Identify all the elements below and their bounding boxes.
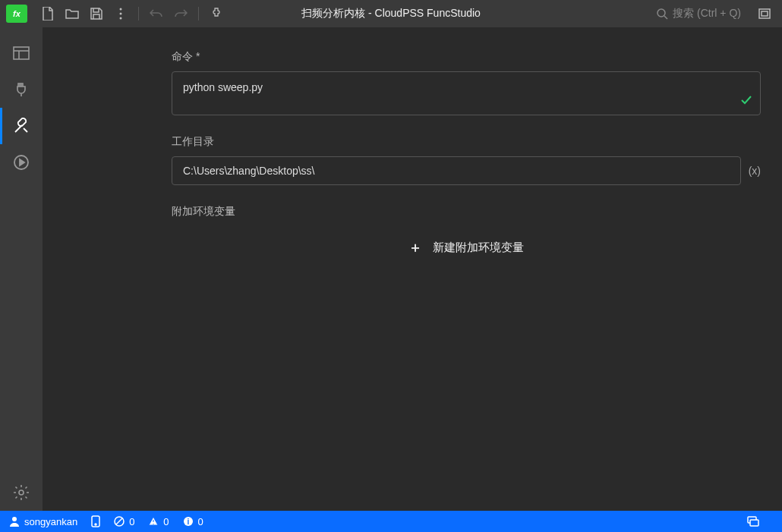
statusbar: songyankan 0 0 i 0 — [0, 511, 782, 532]
status-feedback[interactable] — [747, 516, 759, 527]
user-icon — [9, 516, 20, 527]
env-field: 附加环境变量 ＋ 新建附加环境变量 — [172, 205, 761, 263]
undo-button[interactable] — [145, 2, 168, 25]
undo-icon — [150, 8, 163, 19]
sidebar-item-run[interactable] — [0, 144, 43, 181]
save-button[interactable] — [85, 2, 108, 25]
svg-rect-6 — [14, 47, 29, 59]
command-input[interactable]: python sweep.py — [172, 72, 760, 112]
check-icon — [740, 95, 752, 109]
titlebar: 扫频分析内核 - CloudPSS FuncStudio 搜索 (Ctrl + … — [0, 0, 782, 27]
search-box[interactable]: 搜索 (Ctrl + Q) — [650, 4, 747, 24]
folder-open-icon — [65, 8, 79, 19]
sidebar-item-settings[interactable] — [0, 474, 43, 511]
new-file-button[interactable] — [36, 2, 59, 25]
redo-button[interactable] — [169, 2, 192, 25]
svg-text:i: i — [187, 518, 189, 526]
svg-line-15 — [116, 518, 122, 524]
device-icon — [91, 515, 100, 527]
tool-button[interactable] — [205, 2, 228, 25]
add-env-button[interactable]: ＋ 新建附加环境变量 — [172, 232, 761, 263]
sidebar-item-tools[interactable] — [0, 108, 43, 144]
status-warnings[interactable]: 0 — [148, 516, 169, 527]
svg-rect-5 — [762, 11, 768, 16]
svg-point-11 — [12, 517, 17, 521]
plug-icon — [14, 82, 29, 97]
search-icon — [656, 8, 668, 20]
toolbar-left — [36, 2, 228, 25]
search-placeholder: 搜索 (Ctrl + Q) — [673, 7, 741, 20]
sidebar-item-plugin[interactable] — [0, 71, 43, 108]
fullscreen-icon — [758, 8, 771, 19]
more-button[interactable] — [109, 2, 132, 25]
play-circle-icon — [13, 154, 30, 171]
plus-icon: ＋ — [408, 238, 422, 257]
error-count: 0 — [129, 516, 134, 527]
command-input-wrap[interactable]: python sweep.py — [172, 71, 761, 115]
file-icon — [42, 7, 54, 20]
no-entry-icon — [114, 516, 125, 527]
svg-point-1 — [120, 13, 122, 15]
save-icon — [90, 8, 102, 20]
status-errors[interactable]: 0 — [114, 516, 134, 527]
status-info[interactable]: i 0 — [183, 516, 203, 527]
fullscreen-button[interactable] — [753, 2, 776, 25]
sidebar-item-overview[interactable] — [0, 35, 43, 71]
svg-point-0 — [120, 8, 122, 11]
status-device[interactable] — [91, 515, 100, 527]
svg-point-13 — [95, 524, 96, 525]
activity-bar — [0, 27, 43, 511]
main-content: 命令 * python sweep.py 工作目录 (x) 附加环境变量 ＋ 新… — [43, 27, 782, 511]
status-username: songyankan — [24, 516, 77, 527]
svg-point-2 — [120, 17, 122, 20]
toolbar-right: 搜索 (Ctrl + Q) — [650, 2, 776, 25]
command-field: 命令 * python sweep.py — [172, 50, 761, 115]
add-env-label: 新建附加环境变量 — [433, 241, 524, 255]
gear-icon — [13, 484, 30, 501]
env-label: 附加环境变量 — [172, 205, 761, 219]
warning-icon — [148, 516, 159, 527]
redo-icon — [174, 8, 188, 19]
puzzle-icon — [210, 8, 222, 20]
warning-count: 0 — [163, 516, 169, 527]
command-label: 命令 * — [172, 50, 761, 64]
layout-icon — [13, 46, 30, 60]
svg-rect-4 — [759, 9, 770, 18]
info-count: 0 — [198, 516, 203, 527]
workdir-input-wrap[interactable] — [172, 156, 741, 185]
status-user[interactable]: songyankan — [9, 516, 77, 527]
workdir-clear[interactable]: (x) — [749, 165, 761, 177]
svg-point-3 — [657, 9, 665, 17]
app-logo[interactable] — [6, 5, 27, 23]
dots-vertical-icon — [119, 8, 122, 20]
tools-icon — [13, 118, 30, 134]
feedback-icon — [747, 516, 759, 527]
svg-rect-19 — [750, 520, 758, 526]
workdir-label: 工作目录 — [172, 135, 761, 149]
workdir-input[interactable] — [172, 157, 740, 184]
info-icon: i — [183, 516, 194, 527]
workdir-field: 工作目录 (x) — [172, 135, 761, 185]
svg-point-10 — [19, 490, 24, 495]
open-button[interactable] — [61, 2, 84, 25]
